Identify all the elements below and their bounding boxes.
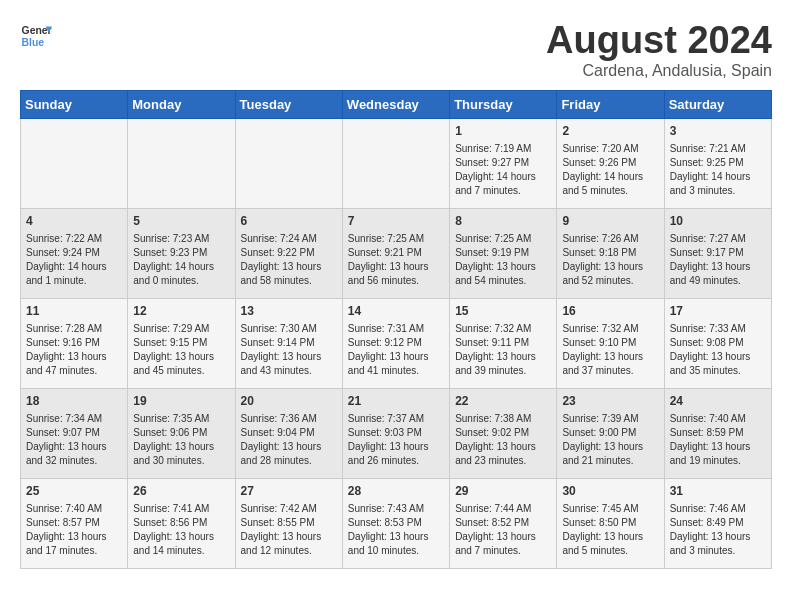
day-info-line: Sunset: 9:10 PM (562, 336, 658, 350)
day-info-line: Sunset: 8:57 PM (26, 516, 122, 530)
day-number: 26 (133, 483, 229, 500)
calendar-cell: 28Sunrise: 7:43 AMSunset: 8:53 PMDayligh… (342, 478, 449, 568)
day-info-line: Sunrise: 7:36 AM (241, 412, 337, 426)
day-number: 23 (562, 393, 658, 410)
calendar-cell: 8Sunrise: 7:25 AMSunset: 9:19 PMDaylight… (450, 208, 557, 298)
day-info-line: and 26 minutes. (348, 454, 444, 468)
calendar-cell: 10Sunrise: 7:27 AMSunset: 9:17 PMDayligh… (664, 208, 771, 298)
day-info-line: and 56 minutes. (348, 274, 444, 288)
day-number: 10 (670, 213, 766, 230)
calendar-cell (21, 118, 128, 208)
calendar-cell: 19Sunrise: 7:35 AMSunset: 9:06 PMDayligh… (128, 388, 235, 478)
logo-icon: General Blue (20, 20, 52, 52)
day-info-line: Sunset: 9:16 PM (26, 336, 122, 350)
day-info-line: Daylight: 13 hours (670, 350, 766, 364)
day-info-line: and 45 minutes. (133, 364, 229, 378)
calendar-cell: 15Sunrise: 7:32 AMSunset: 9:11 PMDayligh… (450, 298, 557, 388)
day-info-line: Sunset: 9:06 PM (133, 426, 229, 440)
weekday-header-tuesday: Tuesday (235, 90, 342, 118)
day-number: 13 (241, 303, 337, 320)
day-info-line: Sunset: 8:52 PM (455, 516, 551, 530)
day-info-line: and 23 minutes. (455, 454, 551, 468)
day-number: 11 (26, 303, 122, 320)
day-info-line: and 28 minutes. (241, 454, 337, 468)
calendar-week-1: 1Sunrise: 7:19 AMSunset: 9:27 PMDaylight… (21, 118, 772, 208)
day-info-line: Sunrise: 7:40 AM (670, 412, 766, 426)
calendar-week-3: 11Sunrise: 7:28 AMSunset: 9:16 PMDayligh… (21, 298, 772, 388)
day-info-line: and 3 minutes. (670, 184, 766, 198)
day-info-line: Sunrise: 7:33 AM (670, 322, 766, 336)
day-info-line: Sunrise: 7:28 AM (26, 322, 122, 336)
calendar-cell (235, 118, 342, 208)
day-number: 12 (133, 303, 229, 320)
day-info-line: Daylight: 13 hours (133, 350, 229, 364)
day-info-line: Sunset: 9:17 PM (670, 246, 766, 260)
day-info-line: and 32 minutes. (26, 454, 122, 468)
day-info-line: and 7 minutes. (455, 184, 551, 198)
day-info-line: Sunrise: 7:34 AM (26, 412, 122, 426)
day-info-line: and 5 minutes. (562, 544, 658, 558)
calendar-cell: 5Sunrise: 7:23 AMSunset: 9:23 PMDaylight… (128, 208, 235, 298)
day-info-line: Sunset: 9:22 PM (241, 246, 337, 260)
calendar-cell: 3Sunrise: 7:21 AMSunset: 9:25 PMDaylight… (664, 118, 771, 208)
calendar-cell: 12Sunrise: 7:29 AMSunset: 9:15 PMDayligh… (128, 298, 235, 388)
day-number: 1 (455, 123, 551, 140)
day-number: 21 (348, 393, 444, 410)
weekday-header-row: SundayMondayTuesdayWednesdayThursdayFrid… (21, 90, 772, 118)
day-info-line: Sunset: 9:04 PM (241, 426, 337, 440)
calendar-table: SundayMondayTuesdayWednesdayThursdayFrid… (20, 90, 772, 569)
day-info-line: Daylight: 14 hours (26, 260, 122, 274)
day-info-line: and 39 minutes. (455, 364, 551, 378)
day-info-line: Daylight: 13 hours (26, 530, 122, 544)
day-info-line: Daylight: 13 hours (348, 530, 444, 544)
day-info-line: Sunset: 9:23 PM (133, 246, 229, 260)
day-number: 30 (562, 483, 658, 500)
day-info-line: Daylight: 13 hours (670, 440, 766, 454)
day-info-line: Daylight: 13 hours (26, 350, 122, 364)
day-info-line: Daylight: 14 hours (455, 170, 551, 184)
svg-text:Blue: Blue (22, 37, 45, 48)
weekday-header-thursday: Thursday (450, 90, 557, 118)
day-info-line: Sunset: 8:56 PM (133, 516, 229, 530)
day-info-line: Sunrise: 7:22 AM (26, 232, 122, 246)
day-info-line: Sunset: 8:55 PM (241, 516, 337, 530)
day-info-line: Daylight: 13 hours (133, 440, 229, 454)
day-number: 8 (455, 213, 551, 230)
day-number: 29 (455, 483, 551, 500)
day-info-line: and 5 minutes. (562, 184, 658, 198)
day-info-line: Daylight: 13 hours (133, 530, 229, 544)
day-info-line: Daylight: 14 hours (133, 260, 229, 274)
day-info-line: Sunrise: 7:40 AM (26, 502, 122, 516)
day-info-line: Daylight: 13 hours (455, 260, 551, 274)
day-number: 24 (670, 393, 766, 410)
day-info-line: and 0 minutes. (133, 274, 229, 288)
day-info-line: and 30 minutes. (133, 454, 229, 468)
day-info-line: Sunset: 9:19 PM (455, 246, 551, 260)
day-info-line: Sunrise: 7:32 AM (455, 322, 551, 336)
day-info-line: and 58 minutes. (241, 274, 337, 288)
day-info-line: Sunrise: 7:19 AM (455, 142, 551, 156)
calendar-week-2: 4Sunrise: 7:22 AMSunset: 9:24 PMDaylight… (21, 208, 772, 298)
day-info-line: Daylight: 13 hours (348, 350, 444, 364)
weekday-header-monday: Monday (128, 90, 235, 118)
title-area: August 2024 Cardena, Andalusia, Spain (546, 20, 772, 80)
calendar-cell: 14Sunrise: 7:31 AMSunset: 9:12 PMDayligh… (342, 298, 449, 388)
weekday-header-sunday: Sunday (21, 90, 128, 118)
day-info-line: and 37 minutes. (562, 364, 658, 378)
day-info-line: Sunset: 9:26 PM (562, 156, 658, 170)
day-info-line: Sunset: 9:18 PM (562, 246, 658, 260)
weekday-header-wednesday: Wednesday (342, 90, 449, 118)
day-info-line: Sunrise: 7:38 AM (455, 412, 551, 426)
calendar-cell: 22Sunrise: 7:38 AMSunset: 9:02 PMDayligh… (450, 388, 557, 478)
day-info-line: Sunrise: 7:31 AM (348, 322, 444, 336)
day-info-line: Sunrise: 7:45 AM (562, 502, 658, 516)
day-info-line: Sunset: 8:50 PM (562, 516, 658, 530)
day-number: 2 (562, 123, 658, 140)
day-number: 3 (670, 123, 766, 140)
page-subtitle: Cardena, Andalusia, Spain (546, 62, 772, 80)
day-info-line: Sunset: 9:24 PM (26, 246, 122, 260)
day-info-line: Sunrise: 7:21 AM (670, 142, 766, 156)
day-number: 17 (670, 303, 766, 320)
calendar-cell: 7Sunrise: 7:25 AMSunset: 9:21 PMDaylight… (342, 208, 449, 298)
day-info-line: Sunrise: 7:46 AM (670, 502, 766, 516)
